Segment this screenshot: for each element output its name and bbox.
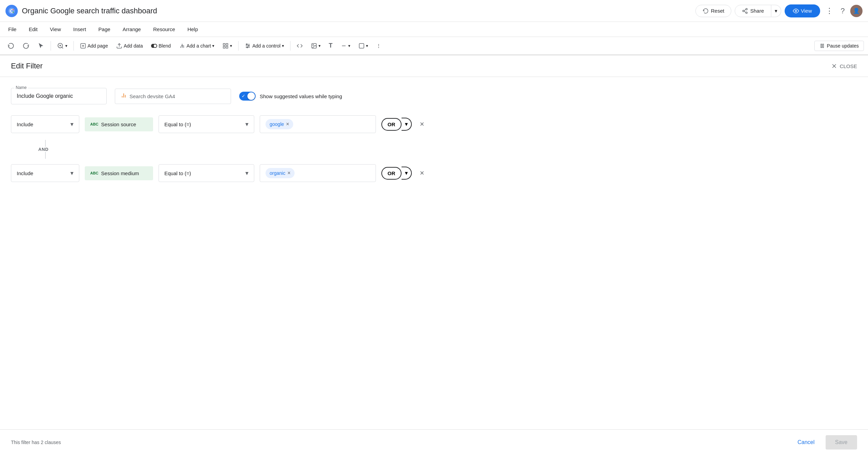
menu-file[interactable]: File (5, 25, 19, 34)
app-logo (5, 5, 18, 17)
filter-name-row: Name Search devsite GA4 ✓ Show suggested… (11, 88, 857, 104)
zoom-button[interactable]: ▾ (54, 40, 71, 51)
add-page-button[interactable]: Add page (77, 41, 111, 51)
image-button[interactable]: ▾ (308, 41, 324, 51)
cancel-button[interactable]: Cancel (792, 436, 820, 449)
clause2-condition-select[interactable]: Equal to (=) ▾ (159, 164, 254, 182)
close-icon (831, 63, 838, 69)
toolbar-divider-3 (238, 41, 239, 51)
pause-updates-label: Pause updates (827, 43, 859, 49)
clause2-chip-close[interactable]: × (287, 170, 290, 176)
page-title: Organic Google search traffic dashboard (22, 6, 691, 15)
clause2-include-arrow: ▾ (70, 169, 73, 177)
clause2-value-field[interactable]: organic × (260, 164, 376, 182)
share-dropdown-button[interactable]: ▾ (771, 5, 781, 17)
filter-clause-1: Include ▾ ABC Session source Equal to (=… (11, 115, 857, 133)
datasource-label: Search devsite GA4 (130, 93, 175, 99)
add-control-button[interactable]: Add a control ▾ (241, 41, 287, 51)
clause1-field-type: ABC (90, 122, 98, 126)
redo-button[interactable] (19, 40, 33, 51)
toolbar: ▾ Add page Add data Blend Add a chart ▾ … (0, 37, 868, 55)
toggle-switch[interactable]: ✓ (239, 92, 256, 101)
close-filter-button[interactable]: CLOSE (831, 63, 857, 69)
add-chart-button[interactable]: Add a chart ▾ (176, 41, 218, 51)
view-button[interactable]: View (785, 4, 820, 17)
svg-rect-16 (226, 46, 228, 48)
toggle-label: Show suggested values while typing (260, 93, 342, 99)
clause2-or-group: OR ▾ (381, 167, 412, 180)
title-bar: Organic Google search traffic dashboard … (0, 0, 868, 22)
filter-name-input[interactable] (11, 88, 107, 104)
clause1-condition-arrow: ▾ (245, 120, 248, 128)
reset-button[interactable]: Reset (695, 5, 731, 17)
code-button[interactable] (293, 41, 306, 51)
clause1-include-select[interactable]: Include ▾ (11, 115, 79, 133)
toggle-row: ✓ Show suggested values while typing (239, 92, 342, 101)
toggle-knob (247, 92, 255, 100)
undo-button[interactable] (4, 40, 18, 51)
clause1-chip-close[interactable]: × (286, 121, 289, 127)
clause2-field-label: Session medium (101, 170, 139, 176)
clause2-delete-button[interactable]: × (417, 167, 427, 179)
filter-name-label: Name (14, 85, 28, 90)
avatar: 👤 (850, 5, 863, 17)
more-tools-button[interactable]: ⋮ (373, 41, 384, 51)
menu-insert[interactable]: Insert (70, 25, 89, 34)
filter-info: This filter has 2 clauses (11, 440, 61, 445)
pause-updates-button[interactable]: Pause updates (814, 41, 864, 51)
clause1-or-button[interactable]: OR (381, 118, 402, 131)
save-button[interactable]: Save (826, 435, 857, 450)
footer-actions: Cancel Save (792, 435, 857, 450)
shape-button[interactable]: ▾ (355, 41, 371, 51)
svg-point-1 (13, 9, 14, 10)
filter-body: Name Search devsite GA4 ✓ Show suggested… (0, 77, 868, 429)
svg-point-6 (795, 10, 797, 12)
menu-page[interactable]: Page (96, 25, 113, 34)
datasource-icon (121, 92, 127, 100)
filter-clause-2: Include ▾ ABC Session medium Equal to (=… (11, 164, 857, 182)
clause1-value-field[interactable]: google × (260, 115, 376, 133)
clause2-or-arrow-button[interactable]: ▾ (402, 167, 412, 180)
add-control-label: Add a control (252, 43, 281, 49)
svg-point-18 (248, 45, 249, 46)
clause2-value-chip: organic × (266, 168, 295, 178)
line-button[interactable]: ▾ (337, 41, 354, 51)
help-button[interactable]: ? (839, 4, 847, 17)
clause2-field-type: ABC (90, 171, 98, 175)
clause1-or-group: OR ▾ (381, 118, 412, 131)
svg-rect-15 (223, 46, 225, 48)
filter-name-field: Name (11, 88, 107, 104)
datasource-selector[interactable]: Search devsite GA4 (115, 89, 231, 104)
svg-rect-23 (359, 43, 364, 48)
text-button[interactable]: T (325, 40, 336, 51)
select-tool-button[interactable] (34, 40, 48, 51)
toolbar-divider-4 (290, 41, 290, 51)
filter-header: Edit Filter CLOSE (0, 55, 868, 77)
menu-edit[interactable]: Edit (26, 25, 40, 34)
menu-resource[interactable]: Resource (150, 25, 178, 34)
and-line-bottom (45, 152, 46, 159)
clause1-field-chip: ABC Session source (85, 117, 153, 131)
blend-button[interactable]: Blend (148, 41, 174, 51)
menu-arrange[interactable]: Arrange (120, 25, 144, 34)
add-data-button[interactable]: Add data (113, 41, 146, 51)
clause2-or-button[interactable]: OR (381, 167, 402, 180)
clause2-include-select[interactable]: Include ▾ (11, 164, 79, 182)
clause1-value-chip: google × (266, 119, 293, 129)
clause1-condition-select[interactable]: Equal to (=) ▾ (159, 115, 254, 133)
svg-rect-14 (226, 43, 228, 45)
more-options-button[interactable]: ⋮ (824, 4, 835, 17)
svg-point-0 (9, 8, 15, 14)
edit-filter-panel: Edit Filter CLOSE Name Search devsite GA… (0, 55, 868, 455)
share-button[interactable]: Share (735, 5, 771, 17)
clause1-or-arrow-button[interactable]: ▾ (402, 118, 412, 131)
clause1-delete-button[interactable]: × (417, 118, 427, 130)
layout-button[interactable]: ▾ (219, 41, 235, 51)
and-label: AND (38, 147, 49, 152)
menu-view[interactable]: View (47, 25, 64, 34)
clause2-condition-arrow: ▾ (245, 169, 248, 177)
blend-label: Blend (159, 43, 171, 49)
svg-point-19 (247, 47, 248, 48)
filter-footer: This filter has 2 clauses Cancel Save (0, 429, 868, 455)
menu-help[interactable]: Help (185, 25, 201, 34)
